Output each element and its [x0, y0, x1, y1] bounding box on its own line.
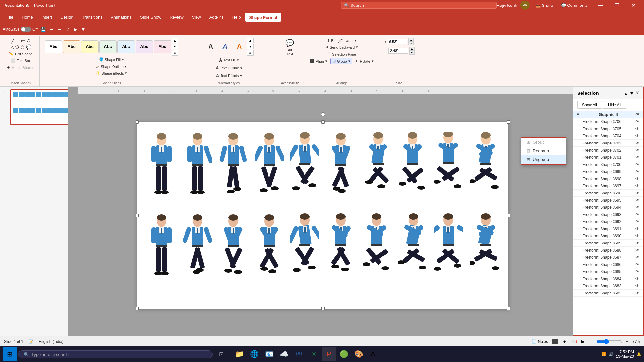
visibility-eye-icon[interactable]: 👁: [635, 283, 639, 288]
menu-shape-format[interactable]: Shape Format: [245, 12, 281, 22]
menu-insert[interactable]: Insert: [38, 13, 56, 21]
menu-slideshow[interactable]: Slide Show: [136, 13, 165, 21]
selection-list-item[interactable]: Freeform: Shape 3683👁: [573, 282, 643, 290]
height-input[interactable]: [388, 48, 408, 54]
height-up[interactable]: ▲: [409, 47, 415, 51]
group-button[interactable]: ⊞ Group ▾: [330, 58, 352, 64]
shape-outline-button[interactable]: 🖊 Shape Outline ▾: [94, 64, 129, 69]
show-all-button[interactable]: Show All: [577, 101, 602, 109]
selection-list-item[interactable]: Freeform: Shape 3690👁: [573, 232, 643, 240]
shape-fill-button[interactable]: 🪣 Shape Fill ▾: [97, 57, 126, 62]
zoom-plus[interactable]: +: [626, 339, 628, 344]
visibility-eye-icon[interactable]: 👁: [635, 255, 639, 260]
visibility-eye-icon[interactable]: 👁: [635, 169, 639, 174]
visibility-eye-icon[interactable]: 👁: [635, 198, 639, 203]
visibility-eye-icon[interactable]: 👁: [635, 141, 639, 145]
oval-icon[interactable]: ⬭: [27, 38, 30, 43]
selection-list-item[interactable]: Freeform: Shape 3702👁: [573, 147, 643, 154]
visibility-eye-icon[interactable]: 👁: [635, 119, 639, 124]
search-bar-container[interactable]: 🔍: [341, 2, 497, 9]
excel-app[interactable]: X: [307, 347, 321, 361]
visibility-eye-icon[interactable]: 👁: [635, 233, 639, 238]
width-up[interactable]: ▲: [408, 38, 414, 42]
slide-show-button[interactable]: ▶: [581, 338, 585, 344]
shape-style-1[interactable]: Abc: [45, 40, 62, 53]
merge-shapes-button[interactable]: ⊕ Merge Shapes: [5, 65, 37, 70]
handle-tc[interactable]: [321, 120, 325, 124]
powerpoint-app[interactable]: P: [322, 347, 336, 361]
visibility-eye-icon[interactable]: 👁: [635, 191, 639, 195]
shape-style-5[interactable]: Abc: [117, 40, 135, 53]
slide-thumbnail-1[interactable]: [10, 89, 68, 125]
slide-item-1[interactable]: 1: [10, 89, 65, 125]
selection-list-item[interactable]: Freeform: Shape 3684👁: [573, 275, 643, 282]
menu-design[interactable]: Design: [56, 13, 77, 21]
styles-more[interactable]: ≡: [172, 50, 178, 56]
rotate-handle[interactable]: [321, 112, 325, 116]
taskbar-search[interactable]: 🔍 Type here to search: [18, 350, 213, 358]
comments-button[interactable]: 💬 Comments: [559, 2, 590, 8]
paint-app[interactable]: 🎨: [352, 347, 366, 361]
send-backward-button[interactable]: ⬇ Send Backward ▾: [324, 44, 360, 50]
shape-style-6[interactable]: Abc: [136, 40, 153, 53]
redo-button[interactable]: ↪: [56, 26, 63, 32]
selection-list-item[interactable]: Freeform: Shape 3689👁: [573, 240, 643, 247]
visibility-eye-icon[interactable]: 👁: [635, 148, 639, 153]
bring-forward-button[interactable]: ⬆ Bring Forward ▾: [325, 38, 359, 43]
visibility-eye-icon[interactable]: 👁: [635, 126, 639, 131]
pentagon-icon[interactable]: ⬠: [15, 44, 19, 50]
width-down[interactable]: ▼: [408, 42, 414, 45]
menu-transitions[interactable]: Transitions: [78, 13, 106, 21]
slide-sorter-button[interactable]: ⊞: [562, 338, 566, 344]
menu-file[interactable]: File: [3, 13, 17, 21]
handle-bc[interactable]: [321, 307, 325, 310]
visibility-eye-icon[interactable]: 👁: [635, 248, 639, 253]
triangle-icon[interactable]: △: [10, 44, 14, 50]
arrow-icon[interactable]: →: [15, 38, 20, 43]
visibility-eye-icon[interactable]: 👁: [635, 219, 639, 224]
close-button[interactable]: ✕: [626, 0, 641, 10]
selection-list-item[interactable]: Freeform: Shape 3696👁: [573, 190, 643, 197]
selection-list-item[interactable]: Freeform: Shape 3686👁: [573, 261, 643, 268]
star-icon[interactable]: ☆: [20, 44, 25, 50]
selection-list-item[interactable]: Freeform: Shape 3687👁: [573, 254, 643, 261]
menu-addins[interactable]: Add-ins: [206, 13, 228, 21]
edit-shape-button[interactable]: ✏️ Edit Shape: [7, 51, 34, 56]
selection-list-item[interactable]: Freeform: Shape 3701👁: [573, 154, 643, 161]
visibility-eye-icon[interactable]: 👁: [635, 176, 639, 181]
zoom-slider[interactable]: [596, 339, 622, 344]
more-qa-button[interactable]: ▼: [80, 26, 87, 32]
handle-bl[interactable]: [136, 307, 139, 310]
minimize-button[interactable]: —: [593, 0, 608, 10]
start-button[interactable]: ⊞: [3, 347, 17, 361]
menu-home[interactable]: Home: [18, 13, 37, 21]
text-fill-button[interactable]: A Text Fill ▾: [217, 57, 241, 63]
wordart-more[interactable]: ≡: [247, 50, 254, 56]
notification-icon[interactable]: 🔔: [637, 352, 641, 356]
selection-list-item[interactable]: Freeform: Shape 3703👁: [573, 140, 643, 147]
wordart-scroll-down[interactable]: ▼: [247, 44, 254, 49]
selection-list-item[interactable]: Freeform: Shape 3695👁: [573, 197, 643, 204]
selection-list-item[interactable]: Freeform: Shape 3682👁: [573, 290, 643, 297]
selection-pane-button[interactable]: ☰ Selection Pane: [326, 51, 358, 57]
width-input[interactable]: [388, 39, 407, 44]
menu-view[interactable]: View: [188, 13, 205, 21]
visibility-eye-icon[interactable]: 👁: [635, 226, 639, 231]
print-button[interactable]: 🖨: [64, 26, 71, 32]
selection-group-item[interactable]: ▼Graphic 4👁: [573, 111, 643, 118]
menu-help[interactable]: Help: [228, 13, 245, 21]
menu-animations[interactable]: Animations: [107, 13, 136, 21]
styles-scroll-up[interactable]: ▲: [172, 38, 178, 43]
share-button[interactable]: 📤 Share: [533, 2, 555, 8]
visibility-eye-icon[interactable]: 👁: [635, 212, 639, 217]
search-input[interactable]: [351, 3, 494, 8]
callout-icon[interactable]: 💬: [26, 44, 31, 50]
rect-icon[interactable]: ▭: [21, 38, 25, 43]
wordart-2[interactable]: A: [219, 40, 232, 53]
selection-pane-down[interactable]: ▼: [629, 90, 634, 96]
menu-review[interactable]: Review: [166, 13, 187, 21]
visibility-eye-icon[interactable]: 👁: [635, 162, 639, 167]
visibility-eye-icon[interactable]: 👁: [635, 241, 639, 245]
visibility-eye-icon[interactable]: 👁: [635, 276, 639, 281]
reading-view-button[interactable]: 📖: [570, 338, 577, 344]
